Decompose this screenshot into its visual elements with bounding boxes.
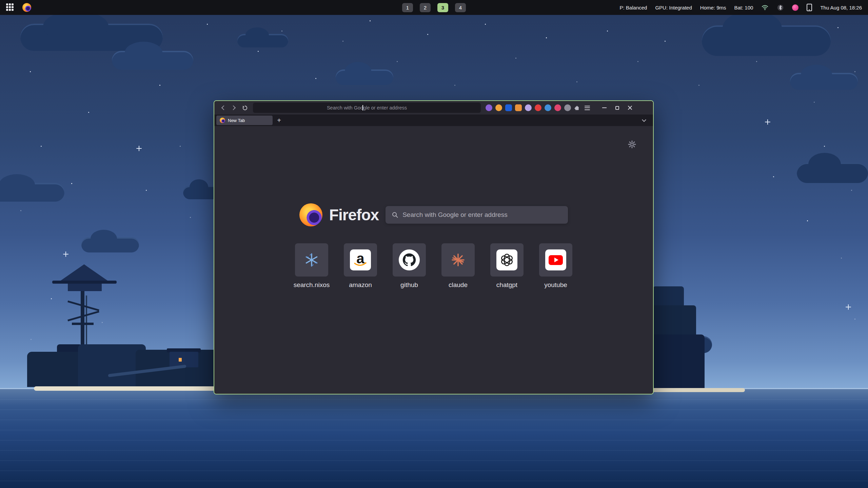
window-controls: [599, 103, 635, 113]
newtab-hero: Firefox Search with Google or enter addr…: [214, 126, 653, 226]
cloud: [797, 163, 868, 183]
firefox-logo: [299, 203, 322, 226]
firefox-window: Search with Google or enter address: [214, 100, 654, 394]
extension-icon[interactable]: [535, 104, 541, 111]
maximize-button[interactable]: [612, 103, 622, 113]
minimize-button[interactable]: [599, 103, 609, 113]
search-placeholder: Search with Google or enter address: [402, 211, 507, 219]
close-icon: [628, 105, 632, 110]
back-icon: [221, 105, 226, 110]
extension-icon[interactable]: [554, 104, 561, 111]
firefox-launcher-icon[interactable]: [22, 3, 31, 12]
reload-button[interactable]: [239, 103, 250, 113]
shortcut-youtube[interactable]: youtube: [531, 243, 580, 289]
shortcut-amazon[interactable]: a amazon: [336, 243, 385, 289]
firefox-wordmark: Firefox: [329, 206, 379, 224]
chatgpt-icon: [496, 249, 517, 270]
clock: Thu Aug 08, 18:26: [820, 5, 862, 11]
workspace-3[interactable]: 3: [437, 3, 448, 12]
shortcut-label: amazon: [349, 281, 372, 289]
star-sparkle: [765, 119, 770, 125]
desktop: 1 2 3 4 P: Balanced GPU: Integrated Home…: [0, 0, 868, 488]
wifi-icon[interactable]: [761, 4, 769, 11]
power-profile-status: P: Balanced: [620, 5, 647, 11]
settings-gear-icon[interactable]: [627, 140, 637, 149]
extensions-puzzle-button[interactable]: [571, 103, 582, 113]
extension-icon[interactable]: [545, 104, 551, 111]
extension-icon[interactable]: [486, 104, 492, 111]
text-caret: [362, 105, 363, 110]
shortcut-grid: search.nixos a amazon: [214, 243, 653, 289]
urlbar-placeholder: Search with Google or enter address: [327, 105, 407, 110]
gpu-status: GPU: Integrated: [655, 5, 692, 11]
menu-button[interactable]: [582, 103, 593, 113]
newtab-page: Firefox Search with Google or enter addr…: [214, 126, 653, 394]
tab-title: New Tab: [228, 118, 245, 123]
app-launcher-icon[interactable]: [6, 3, 14, 12]
star-sparkle: [136, 146, 142, 151]
back-button[interactable]: [218, 103, 229, 113]
forward-icon: [231, 105, 236, 110]
firefox-favicon: [220, 118, 225, 123]
cloud: [81, 237, 139, 252]
forward-button[interactable]: [229, 103, 239, 113]
reload-icon: [242, 105, 248, 111]
cloud: [237, 34, 288, 47]
tab-bar: New Tab +: [214, 115, 653, 126]
shortcut-label: github: [400, 281, 418, 289]
wallpaper-ocean: [0, 389, 868, 488]
status-bar: 1 2 3 4 P: Balanced GPU: Integrated Home…: [0, 0, 868, 15]
shortcut-claude[interactable]: claude: [434, 243, 482, 289]
shortcut-github[interactable]: github: [385, 243, 434, 289]
workspace-4[interactable]: 4: [455, 3, 466, 12]
github-icon: [399, 249, 420, 270]
extension-icon[interactable]: [505, 104, 512, 111]
shortcut-search-nixos[interactable]: search.nixos: [287, 243, 336, 289]
media-tray-icon[interactable]: [792, 4, 798, 11]
bluetooth-icon[interactable]: [777, 4, 784, 11]
cloud: [790, 73, 858, 90]
new-tab-button[interactable]: +: [274, 116, 284, 125]
shortcut-label: chatgpt: [496, 281, 517, 289]
shortcut-label: search.nixos: [294, 281, 330, 289]
star-sparkle: [846, 304, 851, 310]
tab-new-tab[interactable]: New Tab: [216, 116, 273, 125]
maximize-icon: [615, 106, 619, 110]
newtab-search-input[interactable]: Search with Google or enter address: [386, 206, 568, 224]
extension-toolbar: [486, 104, 571, 111]
extension-icon[interactable]: [515, 104, 522, 111]
extension-icon[interactable]: [525, 104, 532, 111]
shortcut-chatgpt[interactable]: chatgpt: [482, 243, 531, 289]
ping-status: Home: 9ms: [700, 5, 726, 11]
workspace-switcher: 1 2 3 4: [402, 0, 466, 15]
puzzle-icon: [574, 105, 579, 111]
claude-starburst-icon: [450, 252, 466, 268]
search-icon: [392, 211, 398, 218]
star-sparkle: [63, 251, 68, 257]
extension-icon[interactable]: [564, 104, 571, 111]
hamburger-icon: [585, 106, 590, 110]
cloud: [0, 183, 64, 202]
cloud: [336, 69, 393, 85]
tab-list-chevron-icon[interactable]: [642, 118, 646, 122]
cloud: [702, 25, 831, 56]
url-bar[interactable]: Search with Google or enter address: [253, 103, 481, 113]
workspace-1[interactable]: 1: [402, 3, 413, 12]
amazon-icon: a: [350, 249, 371, 270]
shortcut-label: youtube: [544, 281, 567, 289]
device-icon[interactable]: [807, 4, 812, 11]
extension-icon[interactable]: [495, 104, 502, 111]
youtube-icon: [545, 249, 566, 270]
cloud: [112, 51, 193, 70]
minimize-icon: [602, 107, 607, 108]
browser-toolbar: Search with Google or enter address: [214, 101, 653, 115]
battery-status: Bat: 100: [734, 5, 753, 11]
close-button[interactable]: [625, 103, 635, 113]
workspace-2[interactable]: 2: [420, 3, 431, 12]
hut-window-light: [179, 358, 182, 362]
nixos-snowflake-icon: [304, 252, 319, 268]
island-watchtower: [27, 264, 231, 396]
shortcut-label: claude: [449, 281, 468, 289]
